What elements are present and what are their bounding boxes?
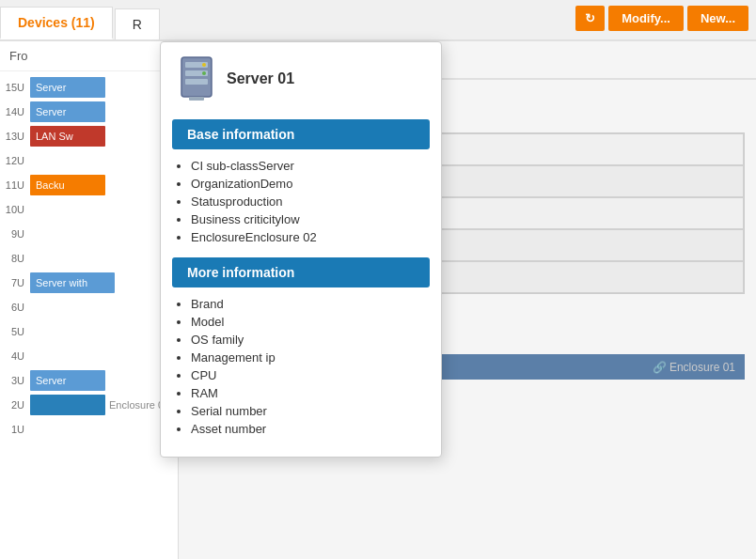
rack-item[interactable]: Server with [30, 272, 115, 293]
more-info-title: More information [172, 257, 430, 287]
left-panel-header: Fro [0, 41, 178, 71]
more-info-item: CPU [191, 366, 426, 384]
rack-item[interactable] [30, 395, 105, 415]
svg-rect-13 [185, 79, 208, 85]
more-info-item: Asset number [191, 420, 426, 438]
rack-row: 11UBacku [0, 173, 178, 197]
more-info-item: Management ip [191, 349, 426, 366]
left-panel: Fro 15UServer14UServer13ULAN Sw12U11UBac… [0, 41, 179, 559]
rack-row: 14UServer [0, 100, 178, 124]
rack-label: 12U [0, 155, 30, 166]
tab-devices[interactable]: Devices (11) [0, 7, 113, 39]
modify-button[interactable]: Modify... [608, 6, 684, 31]
rack-row: 13ULAN Sw [0, 124, 178, 148]
rack-label: 6U [0, 302, 30, 313]
base-info-item: EnclosureEnclosure 02 [191, 228, 426, 246]
rack-label: 13U [0, 131, 30, 142]
device-enc-ref: 🔗 Enclosure 01 [653, 361, 735, 374]
rack-label: 5U [0, 326, 30, 337]
popup-title: Server 01 [227, 70, 294, 87]
more-info-item: OS family [191, 331, 426, 349]
rack-label: 9U [0, 228, 30, 240]
tab-r[interactable]: R [115, 8, 160, 39]
svg-rect-16 [189, 97, 204, 101]
rack-item[interactable]: Backu [30, 175, 105, 195]
base-info-item: CI sub-classServer [191, 157, 426, 175]
base-info-title: Base information [172, 119, 430, 149]
base-info-item: OrganizationDemo [191, 175, 426, 193]
rack-label: 2U [0, 399, 30, 411]
rack-row: 3UServer [0, 368, 178, 393]
svg-point-14 [202, 63, 206, 67]
svg-point-15 [202, 71, 206, 75]
popup-card: Server 01 Base information CI sub-classS… [160, 41, 442, 458]
more-info-item: Model [191, 313, 426, 331]
rack-label: 10U [0, 204, 30, 215]
rack-row: 5U [0, 319, 178, 344]
rack-label: 1U [0, 424, 30, 435]
rack-row: 8U [0, 246, 178, 271]
refresh-button[interactable]: ↻ [575, 6, 605, 31]
rack-label: 7U [0, 277, 30, 288]
rack-label: 4U [0, 350, 30, 362]
rack-container: 15UServer14UServer13ULAN Sw12U11UBacku10… [0, 71, 178, 445]
rack-label: 11U [0, 179, 30, 191]
rack-row: 10U [0, 197, 178, 222]
base-info-list: CI sub-classServer OrganizationDemo Stat… [161, 153, 441, 250]
rack-row: 2UEnclosure 01 [0, 393, 178, 417]
rack-item[interactable]: Server [30, 101, 105, 122]
more-info-item: Serial number [191, 402, 426, 420]
rack-row: 7UServer with [0, 271, 178, 295]
toolbar: ↻ Modify... New... [568, 0, 756, 37]
rack-item[interactable]: LAN Sw [30, 126, 105, 147]
popup-header: Server 01 [161, 42, 441, 112]
rack-row: 9U [0, 222, 178, 246]
more-info-item: RAM [191, 384, 426, 402]
rack-row: 12U [0, 148, 178, 173]
rack-row: 15UServer [0, 75, 178, 100]
rack-label: 15U [0, 82, 30, 93]
more-info-list: Brand Model OS family Management ip CPU … [161, 291, 441, 442]
rack-item[interactable]: Server [30, 77, 105, 98]
rack-row: 1U [0, 417, 178, 442]
rack-label: 14U [0, 106, 30, 117]
rack-row: 4U [0, 344, 178, 368]
rack-row: 6U [0, 295, 178, 319]
popup-server-icon [176, 55, 217, 102]
new-button[interactable]: New... [687, 6, 748, 31]
rack-label: 3U [0, 375, 30, 386]
base-info-item: Business criticitylow [191, 210, 426, 228]
more-info-item: Brand [191, 295, 426, 313]
rack-label: 8U [0, 253, 30, 264]
base-info-item: Statusproduction [191, 193, 426, 210]
rack-item[interactable]: Server [30, 370, 105, 391]
